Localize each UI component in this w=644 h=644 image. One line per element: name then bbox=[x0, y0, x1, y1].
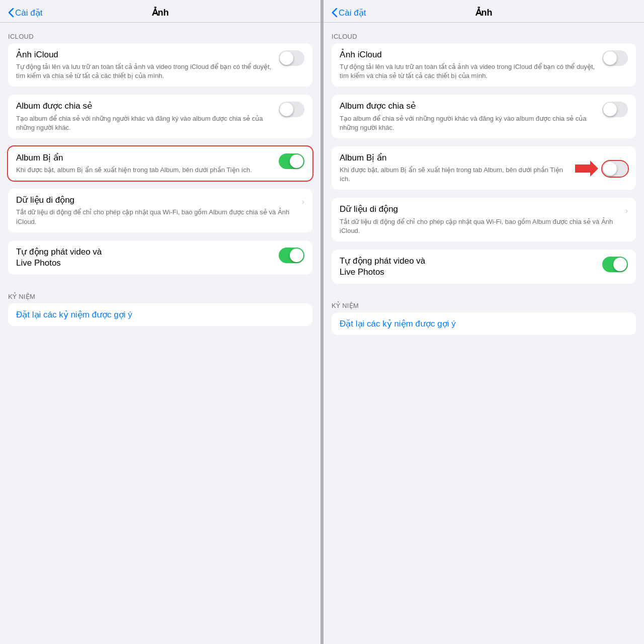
right-row-shared-album: Album được chia sẻ Tạo album để chia sẻ … bbox=[332, 95, 636, 138]
left-autoplay-control bbox=[279, 248, 304, 263]
right-row-mobile-data[interactable]: Dữ liệu di động Tắt dữ liệu di động để c… bbox=[332, 198, 636, 241]
left-memories-link[interactable]: Đặt lại các kỷ niệm được gợi ý bbox=[16, 309, 132, 320]
left-mobile-data-title: Dữ liệu di động bbox=[16, 195, 297, 206]
right-nav-bar: Cài đặt Ảnh bbox=[324, 0, 644, 23]
left-back-label: Cài đặt bbox=[15, 8, 42, 18]
right-icloud-group: Ảnh iCloud Tự động tải lên và lưu trữ an… bbox=[332, 43, 636, 87]
right-section-memories: KỶ NIỆM bbox=[324, 292, 644, 312]
left-mobile-group: Dữ liệu di động Tắt dữ liệu di động để c… bbox=[8, 189, 312, 232]
left-icloud-photos-knob bbox=[280, 51, 293, 65]
right-shared-group: Album được chia sẻ Tạo album để chia sẻ … bbox=[332, 95, 636, 138]
right-hidden-album-toggle[interactable] bbox=[602, 161, 628, 177]
left-shared-album-content: Album được chia sẻ Tạo album để chia sẻ … bbox=[16, 101, 274, 132]
right-icloud-photos-content: Ảnh iCloud Tự động tải lên và lưu trữ an… bbox=[340, 49, 597, 80]
right-icloud-photos-toggle[interactable] bbox=[602, 50, 628, 66]
left-row-mobile-data[interactable]: Dữ liệu di động Tắt dữ liệu di động để c… bbox=[8, 189, 312, 232]
left-shared-album-title: Album được chia sẻ bbox=[16, 101, 274, 112]
right-autoplay-control bbox=[602, 257, 628, 272]
left-autoplay-group: Tự động phát video vàLive Photos bbox=[8, 240, 312, 275]
left-hidden-group: Album Bị ẩn Khi được bật, album Bị ẩn sẽ… bbox=[8, 146, 312, 181]
red-arrow-icon bbox=[573, 159, 599, 178]
right-hidden-album-knob bbox=[603, 162, 617, 176]
right-shared-album-content: Album được chia sẻ Tạo album để chia sẻ … bbox=[340, 101, 597, 132]
left-icloud-photos-toggle[interactable] bbox=[279, 50, 304, 66]
right-mobile-data-title: Dữ liệu di động bbox=[340, 204, 620, 215]
right-hidden-album-desc: Khi được bật, album Bị ẩn sẽ xuất hiện t… bbox=[340, 166, 568, 184]
right-icloud-photos-title: Ảnh iCloud bbox=[340, 49, 597, 60]
left-icloud-photos-desc: Tự động tải lên và lưu trữ an toàn tất c… bbox=[16, 62, 274, 80]
right-shared-album-control bbox=[602, 102, 628, 117]
right-hidden-album-title: Album Bị ẩn bbox=[340, 152, 568, 164]
left-memories-group: Đặt lại các kỷ niệm được gợi ý bbox=[8, 303, 312, 326]
left-shared-album-knob bbox=[280, 103, 293, 116]
left-row-memories-link[interactable]: Đặt lại các kỷ niệm được gợi ý bbox=[8, 303, 312, 326]
right-memories-link[interactable]: Đặt lại các kỷ niệm được gợi ý bbox=[340, 318, 456, 329]
right-back-label: Cài đặt bbox=[339, 8, 366, 18]
right-shared-album-knob bbox=[603, 103, 617, 116]
left-mobile-data-content: Dữ liệu di động Tắt dữ liệu di động để c… bbox=[16, 195, 297, 226]
left-row-hidden-album: Album Bị ẩn Khi được bật, album Bị ẩn sẽ… bbox=[8, 146, 312, 181]
left-hidden-album-toggle[interactable] bbox=[279, 153, 304, 169]
left-nav-bar: Cài đặt Ảnh bbox=[0, 0, 320, 23]
right-hidden-group: Album Bị ẩn Khi được bật, album Bị ẩn sẽ… bbox=[332, 146, 636, 190]
left-mobile-data-chevron: › bbox=[302, 197, 304, 206]
left-mobile-data-desc: Tắt dữ liệu di động để chỉ cho phép cập … bbox=[16, 208, 297, 226]
right-icloud-photos-knob bbox=[603, 51, 617, 65]
left-hidden-album-title: Album Bị ẩn bbox=[16, 152, 274, 164]
right-row-icloud-photos: Ảnh iCloud Tự động tải lên và lưu trữ an… bbox=[332, 43, 636, 87]
right-autoplay-content: Tự động phát video vàLive Photos bbox=[340, 256, 597, 278]
left-row-autoplay: Tự động phát video vàLive Photos bbox=[8, 240, 312, 275]
right-row-memories-link[interactable]: Đặt lại các kỷ niệm được gợi ý bbox=[332, 312, 636, 335]
right-panel: Cài đặt Ảnh ICLOUD Ảnh iCloud Tự động tả… bbox=[324, 0, 644, 644]
left-shared-album-desc: Tạo album để chia sẻ với những người khá… bbox=[16, 114, 274, 132]
right-icloud-photos-desc: Tự động tải lên và lưu trữ an toàn tất c… bbox=[340, 62, 597, 80]
left-row-shared-album: Album được chia sẻ Tạo album để chia sẻ … bbox=[8, 95, 312, 138]
left-content: ICLOUD Ảnh iCloud Tự động tải lên và lưu… bbox=[0, 23, 320, 644]
left-section-memories: KỶ NIỆM bbox=[0, 283, 320, 303]
right-shared-album-desc: Tạo album để chia sẻ với những người khá… bbox=[340, 114, 597, 132]
right-mobile-data-control: › bbox=[625, 205, 628, 215]
left-icloud-photos-control bbox=[279, 50, 304, 66]
right-section-icloud: ICLOUD bbox=[324, 23, 644, 43]
left-panel: Cài đặt Ảnh ICLOUD Ảnh iCloud Tự động tả… bbox=[0, 0, 320, 644]
right-mobile-group: Dữ liệu di động Tắt dữ liệu di động để c… bbox=[332, 198, 636, 241]
right-mobile-data-desc: Tắt dữ liệu di động để chỉ cho phép cập … bbox=[340, 217, 620, 235]
left-shared-album-toggle[interactable] bbox=[279, 102, 304, 117]
right-content: ICLOUD Ảnh iCloud Tự động tải lên và lưu… bbox=[324, 23, 644, 644]
left-hidden-album-control bbox=[279, 153, 304, 169]
left-hidden-album-desc: Khi được bật, album Bị ẩn sẽ xuất hiện t… bbox=[16, 166, 274, 175]
left-hidden-album-content: Album Bị ẩn Khi được bật, album Bị ẩn sẽ… bbox=[16, 152, 274, 175]
right-hidden-album-content: Album Bị ẩn Khi được bật, album Bị ẩn sẽ… bbox=[340, 152, 568, 184]
right-autoplay-group: Tự động phát video vàLive Photos bbox=[332, 250, 636, 284]
left-nav-title: Ảnh bbox=[152, 7, 169, 18]
right-autoplay-knob bbox=[613, 258, 627, 271]
left-section-icloud: ICLOUD bbox=[0, 23, 320, 43]
left-autoplay-content: Tự động phát video vàLive Photos bbox=[16, 247, 274, 269]
left-autoplay-knob bbox=[290, 249, 303, 262]
left-shared-group: Album được chia sẻ Tạo album để chia sẻ … bbox=[8, 95, 312, 138]
right-autoplay-title: Tự động phát video vàLive Photos bbox=[340, 256, 597, 278]
right-icloud-photos-control bbox=[602, 50, 628, 66]
right-mobile-data-content: Dữ liệu di động Tắt dữ liệu di động để c… bbox=[340, 204, 620, 235]
right-hidden-album-control bbox=[573, 159, 628, 178]
left-row-icloud-photos: Ảnh iCloud Tự động tải lên và lưu trữ an… bbox=[8, 43, 312, 87]
right-shared-album-title: Album được chia sẻ bbox=[340, 101, 597, 112]
left-hidden-album-knob bbox=[290, 154, 303, 168]
right-back-button[interactable]: Cài đặt bbox=[332, 8, 366, 18]
right-row-hidden-album: Album Bị ẩn Khi được bật, album Bị ẩn sẽ… bbox=[332, 146, 636, 190]
left-mobile-data-control: › bbox=[302, 196, 304, 206]
svg-marker-0 bbox=[575, 160, 598, 177]
left-icloud-group: Ảnh iCloud Tự động tải lên và lưu trữ an… bbox=[8, 43, 312, 87]
left-icloud-photos-content: Ảnh iCloud Tự động tải lên và lưu trữ an… bbox=[16, 49, 274, 80]
left-icloud-photos-title: Ảnh iCloud bbox=[16, 49, 274, 60]
left-autoplay-toggle[interactable] bbox=[279, 248, 304, 263]
right-shared-album-toggle[interactable] bbox=[602, 102, 628, 117]
left-autoplay-title: Tự động phát video vàLive Photos bbox=[16, 247, 274, 269]
right-nav-title: Ảnh bbox=[475, 7, 493, 18]
right-mobile-data-chevron: › bbox=[625, 206, 628, 215]
left-back-button[interactable]: Cài đặt bbox=[8, 8, 42, 18]
right-memories-group: Đặt lại các kỷ niệm được gợi ý bbox=[332, 312, 636, 335]
right-row-autoplay: Tự động phát video vàLive Photos bbox=[332, 250, 636, 284]
right-autoplay-toggle[interactable] bbox=[602, 257, 628, 272]
left-shared-album-control bbox=[279, 102, 304, 117]
